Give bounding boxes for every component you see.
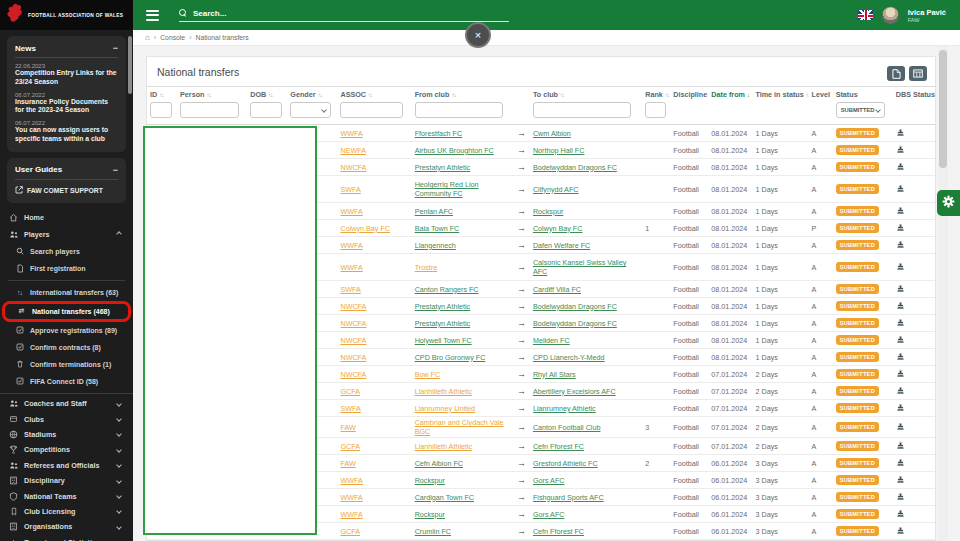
from-club-link[interactable]: Cefn Albion FC [415, 459, 463, 468]
assoc-link[interactable]: FAW [340, 459, 355, 468]
sort-icon[interactable]: ↑↓ [451, 92, 455, 98]
column-header-rank[interactable]: Rank↑↓ [642, 87, 670, 101]
column-header-person[interactable]: Person↑↓ [177, 87, 247, 101]
assoc-link[interactable]: WWFA [340, 207, 362, 216]
sidebar-item-club-licensing[interactable]: Club Licensing [0, 504, 133, 519]
dbs-status-icon[interactable] [896, 509, 905, 520]
sort-icon[interactable]: ↑↓ [159, 92, 163, 98]
to-club-link[interactable]: Bodelwyddan Dragons FC [533, 163, 617, 172]
from-club-link[interactable]: Crumlin FC [415, 527, 451, 536]
column-header-from-club[interactable]: From club↑↓ [412, 87, 514, 101]
to-club-link[interactable]: Llanrumney Athletic [533, 404, 596, 413]
sidebar-item-coaches-and-staff[interactable]: Coaches and Staff [0, 396, 133, 411]
sidebar-item-search-players[interactable]: Search players [0, 243, 133, 260]
sidebar-scrollbar[interactable] [128, 36, 132, 94]
dbs-status-icon[interactable] [896, 184, 905, 195]
dbs-status-icon[interactable] [896, 206, 905, 217]
from-club-link[interactable]: Fforestfach FC [415, 129, 463, 138]
news-item[interactable]: 22.06.2023 Competition Entry Links for t… [15, 63, 118, 87]
assoc-link[interactable]: NWCFA [340, 319, 366, 328]
sidebar-item-confirm-terminations-1[interactable]: Confirm terminations (1) [0, 356, 133, 373]
sidebar-item-confirm-contracts-8[interactable]: Confirm contracts (8) [0, 339, 133, 356]
sidebar-item-first-registration[interactable]: First registration [0, 260, 133, 277]
from-club-link[interactable]: Cambrian and Clydach Vale BGC [415, 418, 511, 436]
dbs-status-icon[interactable] [896, 386, 905, 397]
from-club-link[interactable]: Prestatyn Athletic [415, 163, 471, 172]
sidebar-item-approve-registrations-89[interactable]: Approve registrations (89) [0, 322, 133, 339]
sidebar-item-international-transfers-63[interactable]: ↑↓ International transfers (63) [0, 284, 133, 301]
to-club-link[interactable]: Cefn Fforest FC [533, 527, 584, 536]
dbs-status-icon[interactable] [896, 145, 905, 156]
from-club-link[interactable]: Prestatyn Athletic [415, 302, 471, 311]
settings-gear-button[interactable] [937, 190, 960, 216]
from-club-link[interactable]: Cardigan Town FC [415, 493, 474, 502]
to-club-link[interactable]: Cwm Albion [533, 129, 571, 138]
from-club-link[interactable]: Llanhilleth Athletic [415, 442, 473, 451]
collapse-icon[interactable]: − [113, 165, 118, 175]
to-club-link[interactable]: Gresford Athletic FC [533, 459, 598, 468]
column-header-dob[interactable]: DOB↑↓ [247, 87, 287, 101]
assoc-link[interactable]: WWFA [340, 129, 362, 138]
export-file-button[interactable] [887, 66, 905, 81]
from-club-link[interactable]: Prestatyn Athletic [415, 319, 471, 328]
to-club-link[interactable]: Cilfynydd AFC [533, 185, 579, 194]
dbs-status-icon[interactable] [896, 240, 905, 251]
sidebar-item-organisations[interactable]: Organisations [0, 519, 133, 534]
sidebar-item-national-transfers-468[interactable]: ⇄ National transfers (468) [2, 301, 131, 322]
sidebar-item-referees-and-officials[interactable]: Referees and Officials [0, 458, 133, 473]
avatar[interactable] [882, 7, 899, 24]
columns-settings-button[interactable] [909, 66, 927, 81]
sort-icon[interactable]: ↑↓ [368, 92, 372, 98]
assoc-link[interactable]: WWFA [340, 263, 362, 272]
sort-icon[interactable]: ↑↓ [318, 92, 322, 98]
column-header-gender[interactable]: Gender↑↓ [287, 87, 337, 101]
assoc-link[interactable]: FAW [340, 423, 355, 432]
news-item[interactable]: 06.07.2022 Insurance Policy Documents fo… [15, 92, 118, 116]
to-club-link[interactable]: Fishguard Sports AFC [533, 493, 604, 502]
to-club-link[interactable]: Dafen Welfare FC [533, 241, 590, 250]
faw-comet-support-link[interactable]: FAW COMET SUPPORT [15, 186, 118, 195]
filter-rank-input[interactable] [645, 102, 665, 118]
to-club-link[interactable]: Gors AFC [533, 476, 565, 485]
assoc-link[interactable]: NWCFA [340, 370, 366, 379]
news-item[interactable]: 06.07.2022 You can now assign users to s… [15, 120, 118, 144]
assoc-link[interactable]: WWFA [340, 476, 362, 485]
filter-from-club-input[interactable] [415, 102, 504, 118]
filter-person-input[interactable] [180, 102, 239, 118]
dbs-status-icon[interactable] [896, 318, 905, 329]
home-icon[interactable]: ⌂ [145, 33, 150, 42]
dbs-status-icon[interactable] [896, 128, 905, 139]
from-club-link[interactable]: Bala Town FC [415, 224, 460, 233]
sidebar-item-reports-and-statistics[interactable]: Reports and Statistics [0, 534, 133, 541]
assoc-link[interactable]: NWCFA [340, 353, 366, 362]
user-name[interactable]: Ivica Pavić [908, 8, 946, 17]
dbs-status-icon[interactable] [896, 403, 905, 414]
dbs-status-icon[interactable] [896, 526, 905, 537]
sort-icon[interactable]: ↑↓ [206, 92, 210, 98]
assoc-link[interactable]: NEWFA [340, 146, 366, 155]
collapse-icon[interactable]: − [113, 43, 118, 53]
to-club-link[interactable]: Rockspur [533, 207, 563, 216]
dbs-status-icon[interactable] [896, 369, 905, 380]
sort-desc-icon[interactable]: ↓ [747, 92, 749, 98]
uk-flag-icon[interactable] [858, 10, 873, 20]
scrollbar-thumb[interactable] [939, 50, 947, 168]
from-club-link[interactable]: Trostre [415, 263, 438, 272]
to-club-link[interactable]: Colwyn Bay FC [533, 224, 583, 233]
from-club-link[interactable]: CPD Bro Goronwy FC [415, 353, 486, 362]
to-club-link[interactable]: Cefn Fforest FC [533, 442, 584, 451]
to-club-link[interactable]: Bodelwyddan Dragons FC [533, 319, 617, 328]
breadcrumb-console[interactable]: Console [160, 34, 185, 41]
to-club-link[interactable]: CPD Llanerch-Y-Medd [533, 353, 605, 362]
from-club-link[interactable]: Heolgerrig Red Lion Community FC [415, 180, 511, 198]
sidebar-item-disciplinary[interactable]: Disciplinary [0, 473, 133, 488]
dbs-status-icon[interactable] [896, 262, 905, 273]
from-club-link[interactable]: Bow FC [415, 370, 441, 379]
assoc-link[interactable]: SWFA [340, 185, 360, 194]
dbs-status-icon[interactable] [896, 492, 905, 503]
dbs-status-icon[interactable] [896, 441, 905, 452]
from-club-link[interactable]: Llanhilleth Athletic [415, 387, 473, 396]
sort-icon[interactable]: ↑↓ [832, 92, 833, 98]
assoc-link[interactable]: NWCFA [340, 302, 366, 311]
assoc-link[interactable]: WWFA [340, 510, 362, 519]
